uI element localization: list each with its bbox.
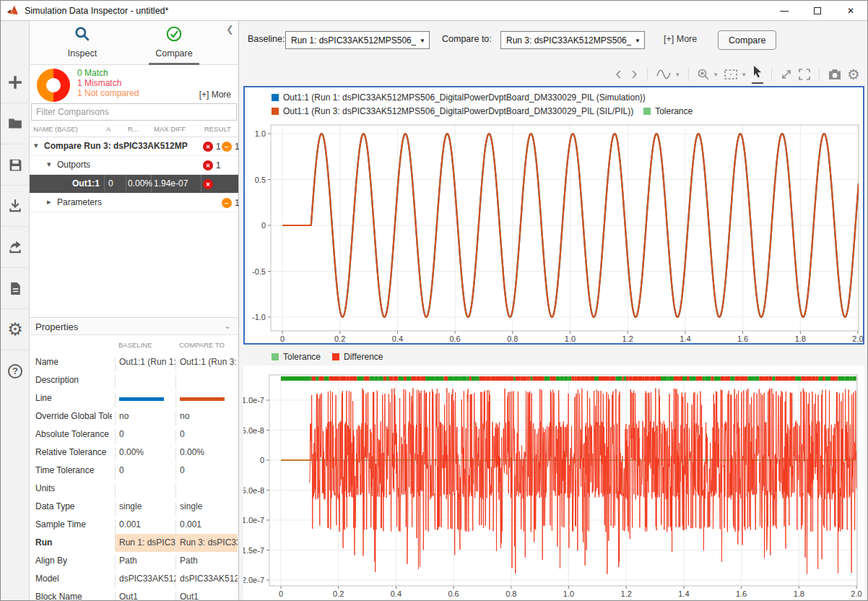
- svg-text:1.2: 1.2: [621, 589, 632, 598]
- tolerance-strip-segment: [784, 376, 789, 381]
- filter-comparisons-input[interactable]: [31, 103, 237, 121]
- property-row[interactable]: NameOut1:1 (Run 1:Out1:1 (Run 3:: [30, 353, 238, 371]
- result-cell: 11: [201, 137, 238, 155]
- next-arrow-icon[interactable]: [629, 69, 639, 79]
- compare-button[interactable]: Compare: [718, 30, 776, 50]
- property-label: Time Tolerance: [35, 465, 112, 475]
- rel-tolerance-value: 0.00%: [128, 178, 152, 189]
- property-row[interactable]: ModeldsPIC33AK512dsPIC33AK512: [30, 570, 238, 588]
- tab-inspect[interactable]: Inspect: [43, 25, 122, 59]
- signal-wave-icon[interactable]: [656, 68, 672, 81]
- tolerance-strip-segment: [703, 376, 706, 381]
- expand-toggle-icon[interactable]: ▾: [47, 160, 51, 169]
- folder-icon: [7, 116, 23, 131]
- add-button[interactable]: [1, 62, 30, 103]
- baseline-select[interactable]: Run 1: dsPIC33AK512MPS506_D ▼: [285, 31, 430, 49]
- property-row[interactable]: Block NameOut1Out1: [30, 588, 238, 601]
- dropdown-caret-icon[interactable]: ▼: [713, 72, 719, 78]
- fit-to-view-icon[interactable]: [724, 69, 738, 80]
- tolerance-strip-segment: [467, 376, 469, 381]
- property-row[interactable]: Line: [30, 389, 238, 407]
- zoom-in-icon[interactable]: [697, 68, 710, 81]
- expand-diagonal-icon[interactable]: [780, 68, 793, 81]
- minimize-button[interactable]: —: [768, 1, 801, 21]
- property-row[interactable]: Absolute Tolerance00: [30, 425, 238, 444]
- tolerance-strip-segment: [393, 376, 398, 381]
- property-row[interactable]: Description: [30, 371, 238, 389]
- comparison-table-header: NAME (BASE) A R... MAX DIFF RESULT: [30, 121, 238, 137]
- summary-more-link[interactable]: [+] More: [199, 90, 231, 100]
- tolerance-strip-segment: [281, 376, 310, 381]
- tolerance-strip-segment: [740, 376, 745, 381]
- property-row[interactable]: Time Tolerance00: [30, 462, 238, 480]
- comparison-row[interactable]: ▾Outports1: [30, 156, 238, 175]
- fullscreen-icon[interactable]: [798, 68, 811, 81]
- properties-header[interactable]: Properties ⌄: [30, 317, 238, 335]
- export-button[interactable]: [1, 227, 30, 268]
- tolerance-strip-segment: [538, 376, 544, 381]
- property-row[interactable]: Relative Tolerance0.00%0.00%: [30, 444, 238, 462]
- svg-text:0.4: 0.4: [391, 589, 402, 598]
- report-button[interactable]: [1, 268, 30, 309]
- property-label: Relative Tolerance: [35, 447, 112, 457]
- signal-chart-panel[interactable]: Out1:1 (Run 1: dsPIC33AK512MPS506_Digita…: [243, 86, 864, 345]
- property-row[interactable]: Override Global Tolenono: [30, 407, 238, 425]
- tolerance-strip-segment: [838, 376, 844, 381]
- more-options-link[interactable]: [+] More: [664, 34, 697, 44]
- compare-line-swatch: [180, 397, 225, 401]
- tolerance-strip-segment: [563, 376, 568, 381]
- tolerance-strip-segment: [772, 376, 775, 381]
- close-button[interactable]: ✕: [834, 1, 867, 21]
- comparison-row[interactable]: ▸Parameters1: [30, 194, 238, 212]
- tolerance-strip-segment: [329, 376, 334, 381]
- mismatch-count: 1 Mismatch: [77, 78, 121, 88]
- preferences-button[interactable]: ⚙: [1, 309, 30, 350]
- pointer-tool-selected[interactable]: [752, 65, 763, 84]
- svg-text:1.6: 1.6: [736, 589, 747, 598]
- property-row[interactable]: Data Typesinglesingle: [30, 498, 238, 516]
- result-cell: 1: [201, 194, 238, 212]
- tolerance-strip-segment: [836, 376, 838, 381]
- tolerance-strip-segment: [812, 376, 815, 381]
- svg-text:1.4: 1.4: [678, 589, 689, 598]
- camera-icon[interactable]: [828, 68, 842, 81]
- tolerance-strip-segment: [477, 376, 479, 381]
- dropdown-caret-icon[interactable]: ▼: [674, 72, 680, 78]
- save-button[interactable]: [1, 144, 30, 186]
- svg-text:1.0: 1.0: [565, 334, 576, 343]
- comparison-row[interactable]: Out1:100.00%1.94e-07: [30, 175, 238, 194]
- expand-toggle-icon[interactable]: ▾: [34, 141, 38, 150]
- tab-compare[interactable]: Compare: [134, 25, 214, 59]
- property-label: Line: [35, 393, 112, 403]
- baseline-select-value: Run 1: dsPIC33AK512MPS506_D: [291, 35, 416, 46]
- dropdown-caret-icon[interactable]: ▼: [741, 72, 747, 78]
- prev-arrow-icon[interactable]: [614, 69, 624, 79]
- chevron-down-icon[interactable]: ⌄: [224, 321, 231, 331]
- import-button[interactable]: [1, 186, 30, 227]
- signal-chart-plot[interactable]: 00.20.40.60.81.01.21.41.61.82.01.00.50-0…: [245, 87, 863, 343]
- expand-toggle-icon[interactable]: ▸: [47, 197, 51, 207]
- settings-gear-icon[interactable]: ⚙: [847, 67, 860, 82]
- tolerance-strip-segment: [853, 376, 856, 381]
- comparison-row[interactable]: ▾Compare Run 3: dsPIC33AK512MP11: [30, 137, 238, 156]
- difference-chart-panel[interactable]: 00.20.40.60.81.01.21.41.61.82.01.0e-75.0…: [243, 366, 864, 601]
- tolerance-strip-segment: [485, 376, 490, 381]
- svg-text:-1.0: -1.0: [252, 313, 266, 321]
- property-row[interactable]: RunRun 1: dsPIC33Run 3: dsPIC33: [30, 534, 238, 552]
- svg-text:5.0e-8: 5.0e-8: [243, 426, 264, 435]
- help-button[interactable]: ?: [1, 350, 30, 392]
- open-button[interactable]: [1, 103, 30, 144]
- collapse-panel-chevron-icon[interactable]: ❮: [226, 24, 234, 35]
- tolerance-strip-segment: [830, 376, 836, 381]
- compare-to-select[interactable]: Run 3: dsPIC33AK512MPS506_D ▼: [500, 31, 645, 49]
- property-row[interactable]: Units: [30, 480, 238, 498]
- difference-chart-plot[interactable]: 00.20.40.60.81.01.21.41.61.82.01.0e-75.0…: [243, 366, 864, 601]
- legend-swatch-run3: [272, 108, 279, 115]
- property-row[interactable]: Align ByPathPath: [30, 552, 238, 570]
- properties-title: Properties: [35, 321, 78, 332]
- property-compare-value: 0: [175, 465, 238, 480]
- maximize-button[interactable]: [801, 1, 834, 21]
- tolerance-strip-segment: [568, 376, 572, 381]
- property-row[interactable]: Sample Time0.0010.001: [30, 516, 238, 534]
- share-arrow-icon: [7, 239, 23, 255]
